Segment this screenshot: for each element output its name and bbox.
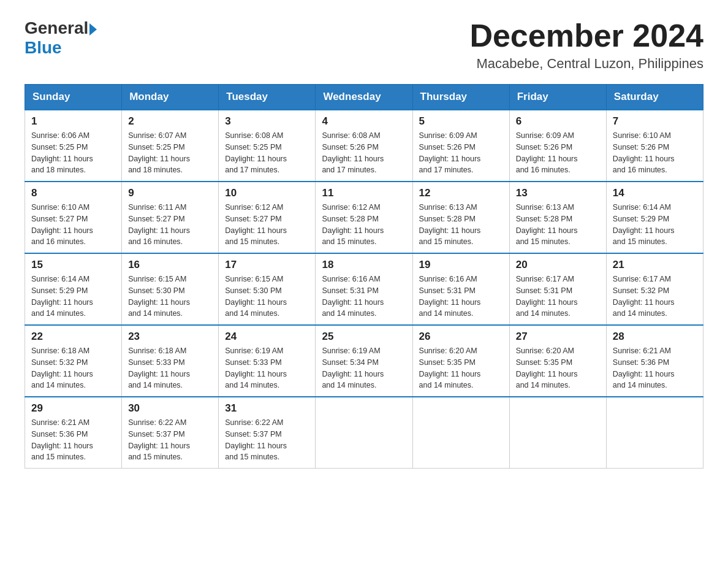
weekday-header-thursday: Thursday <box>412 85 509 110</box>
weekday-header-friday: Friday <box>509 85 606 110</box>
calendar-cell <box>316 397 412 469</box>
page-header: General Blue December 2024 Macabebe, Cen… <box>25 18 703 72</box>
day-number: 27 <box>516 331 600 343</box>
calendar-week-row: 22 Sunrise: 6:18 AM Sunset: 5:32 PM Dayl… <box>25 325 703 397</box>
day-number: 10 <box>225 187 309 199</box>
logo-blue: Blue <box>25 38 62 57</box>
calendar-cell <box>412 397 509 469</box>
day-number: 13 <box>516 187 600 199</box>
day-info: Sunrise: 6:18 AM Sunset: 5:32 PM Dayligh… <box>31 345 115 391</box>
weekday-header-wednesday: Wednesday <box>316 85 412 110</box>
calendar-cell: 11 Sunrise: 6:12 AM Sunset: 5:28 PM Dayl… <box>316 182 412 253</box>
day-number: 1 <box>31 115 115 128</box>
day-number: 11 <box>322 187 406 199</box>
calendar-cell: 2 Sunrise: 6:07 AM Sunset: 5:25 PM Dayli… <box>122 110 219 182</box>
day-info: Sunrise: 6:19 AM Sunset: 5:33 PM Dayligh… <box>225 345 309 391</box>
logo-arrow-icon <box>89 23 97 36</box>
day-info: Sunrise: 6:18 AM Sunset: 5:33 PM Dayligh… <box>128 345 212 391</box>
day-number: 6 <box>516 115 600 128</box>
calendar-cell <box>606 397 703 469</box>
calendar-week-row: 8 Sunrise: 6:10 AM Sunset: 5:27 PM Dayli… <box>25 182 703 253</box>
calendar-cell: 17 Sunrise: 6:15 AM Sunset: 5:30 PM Dayl… <box>219 253 316 325</box>
day-info: Sunrise: 6:22 AM Sunset: 5:37 PM Dayligh… <box>225 417 309 463</box>
day-number: 24 <box>225 331 309 343</box>
calendar-cell: 25 Sunrise: 6:19 AM Sunset: 5:34 PM Dayl… <box>316 325 412 397</box>
calendar-cell: 26 Sunrise: 6:20 AM Sunset: 5:35 PM Dayl… <box>412 325 509 397</box>
calendar-cell: 24 Sunrise: 6:19 AM Sunset: 5:33 PM Dayl… <box>219 325 316 397</box>
day-info: Sunrise: 6:21 AM Sunset: 5:36 PM Dayligh… <box>613 345 697 391</box>
day-info: Sunrise: 6:11 AM Sunset: 5:27 PM Dayligh… <box>128 202 212 248</box>
day-number: 25 <box>322 331 406 343</box>
calendar-cell: 14 Sunrise: 6:14 AM Sunset: 5:29 PM Dayl… <box>606 182 703 253</box>
calendar-cell: 21 Sunrise: 6:17 AM Sunset: 5:32 PM Dayl… <box>606 253 703 325</box>
day-number: 12 <box>419 187 503 199</box>
calendar-cell: 28 Sunrise: 6:21 AM Sunset: 5:36 PM Dayl… <box>606 325 703 397</box>
day-number: 4 <box>322 115 406 128</box>
day-info: Sunrise: 6:07 AM Sunset: 5:25 PM Dayligh… <box>128 130 212 176</box>
day-info: Sunrise: 6:13 AM Sunset: 5:28 PM Dayligh… <box>516 202 600 248</box>
day-number: 26 <box>419 331 503 343</box>
calendar-cell: 27 Sunrise: 6:20 AM Sunset: 5:35 PM Dayl… <box>509 325 606 397</box>
day-number: 22 <box>31 331 115 343</box>
calendar-cell: 7 Sunrise: 6:10 AM Sunset: 5:26 PM Dayli… <box>606 110 703 182</box>
calendar-cell: 15 Sunrise: 6:14 AM Sunset: 5:29 PM Dayl… <box>25 253 122 325</box>
day-number: 23 <box>128 331 212 343</box>
calendar-cell: 31 Sunrise: 6:22 AM Sunset: 5:37 PM Dayl… <box>219 397 316 469</box>
day-info: Sunrise: 6:14 AM Sunset: 5:29 PM Dayligh… <box>613 202 697 248</box>
day-number: 8 <box>31 187 115 199</box>
calendar-week-row: 29 Sunrise: 6:21 AM Sunset: 5:36 PM Dayl… <box>25 397 703 469</box>
day-info: Sunrise: 6:19 AM Sunset: 5:34 PM Dayligh… <box>322 345 406 391</box>
weekday-header-row: SundayMondayTuesdayWednesdayThursdayFrid… <box>25 85 703 110</box>
day-info: Sunrise: 6:12 AM Sunset: 5:27 PM Dayligh… <box>225 202 309 248</box>
weekday-header-tuesday: Tuesday <box>219 85 316 110</box>
title-block: December 2024 Macabebe, Central Luzon, P… <box>469 18 703 72</box>
calendar-cell: 30 Sunrise: 6:22 AM Sunset: 5:37 PM Dayl… <box>122 397 219 469</box>
day-info: Sunrise: 6:10 AM Sunset: 5:26 PM Dayligh… <box>613 130 697 176</box>
calendar-cell: 10 Sunrise: 6:12 AM Sunset: 5:27 PM Dayl… <box>219 182 316 253</box>
day-info: Sunrise: 6:06 AM Sunset: 5:25 PM Dayligh… <box>31 130 115 176</box>
calendar-week-row: 1 Sunrise: 6:06 AM Sunset: 5:25 PM Dayli… <box>25 110 703 182</box>
calendar-cell: 12 Sunrise: 6:13 AM Sunset: 5:28 PM Dayl… <box>412 182 509 253</box>
day-number: 2 <box>128 115 212 128</box>
day-info: Sunrise: 6:22 AM Sunset: 5:37 PM Dayligh… <box>128 417 212 463</box>
day-info: Sunrise: 6:20 AM Sunset: 5:35 PM Dayligh… <box>516 345 600 391</box>
weekday-header-sunday: Sunday <box>25 85 122 110</box>
day-number: 17 <box>225 259 309 271</box>
day-info: Sunrise: 6:09 AM Sunset: 5:26 PM Dayligh… <box>516 130 600 176</box>
day-number: 5 <box>419 115 503 128</box>
calendar-cell: 9 Sunrise: 6:11 AM Sunset: 5:27 PM Dayli… <box>122 182 219 253</box>
day-number: 7 <box>613 115 697 128</box>
day-number: 14 <box>613 187 697 199</box>
day-info: Sunrise: 6:20 AM Sunset: 5:35 PM Dayligh… <box>419 345 503 391</box>
calendar-cell <box>509 397 606 469</box>
day-info: Sunrise: 6:15 AM Sunset: 5:30 PM Dayligh… <box>225 274 309 320</box>
calendar-cell: 22 Sunrise: 6:18 AM Sunset: 5:32 PM Dayl… <box>25 325 122 397</box>
location-subtitle: Macabebe, Central Luzon, Philippines <box>469 56 703 72</box>
calendar-table: SundayMondayTuesdayWednesdayThursdayFrid… <box>25 84 703 469</box>
day-info: Sunrise: 6:15 AM Sunset: 5:30 PM Dayligh… <box>128 274 212 320</box>
calendar-cell: 3 Sunrise: 6:08 AM Sunset: 5:25 PM Dayli… <box>219 110 316 182</box>
day-number: 16 <box>128 259 212 271</box>
day-number: 29 <box>31 402 115 415</box>
day-number: 3 <box>225 115 309 128</box>
logo-general: General <box>25 18 88 38</box>
calendar-cell: 4 Sunrise: 6:08 AM Sunset: 5:26 PM Dayli… <box>316 110 412 182</box>
day-info: Sunrise: 6:13 AM Sunset: 5:28 PM Dayligh… <box>419 202 503 248</box>
calendar-cell: 1 Sunrise: 6:06 AM Sunset: 5:25 PM Dayli… <box>25 110 122 182</box>
calendar-week-row: 15 Sunrise: 6:14 AM Sunset: 5:29 PM Dayl… <box>25 253 703 325</box>
day-number: 9 <box>128 187 212 199</box>
calendar-cell: 23 Sunrise: 6:18 AM Sunset: 5:33 PM Dayl… <box>122 325 219 397</box>
day-info: Sunrise: 6:16 AM Sunset: 5:31 PM Dayligh… <box>322 274 406 320</box>
day-number: 15 <box>31 259 115 271</box>
weekday-header-monday: Monday <box>122 85 219 110</box>
day-info: Sunrise: 6:10 AM Sunset: 5:27 PM Dayligh… <box>31 202 115 248</box>
weekday-header-saturday: Saturday <box>606 85 703 110</box>
day-number: 28 <box>613 331 697 343</box>
day-number: 18 <box>322 259 406 271</box>
day-number: 31 <box>225 402 309 415</box>
calendar-cell: 8 Sunrise: 6:10 AM Sunset: 5:27 PM Dayli… <box>25 182 122 253</box>
calendar-cell: 6 Sunrise: 6:09 AM Sunset: 5:26 PM Dayli… <box>509 110 606 182</box>
calendar-cell: 16 Sunrise: 6:15 AM Sunset: 5:30 PM Dayl… <box>122 253 219 325</box>
day-info: Sunrise: 6:09 AM Sunset: 5:26 PM Dayligh… <box>419 130 503 176</box>
calendar-cell: 29 Sunrise: 6:21 AM Sunset: 5:36 PM Dayl… <box>25 397 122 469</box>
